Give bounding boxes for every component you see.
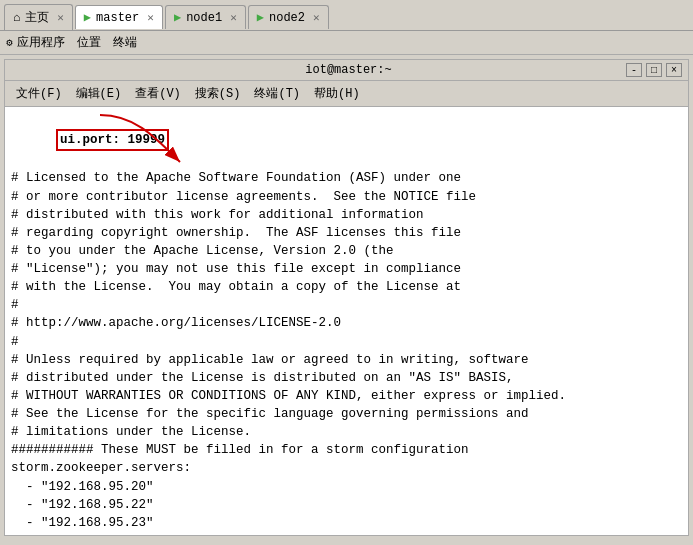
terminal-window: iot@master:~ - □ × 文件(F) 编辑(E) 查看(V) 搜索(… <box>4 59 689 536</box>
tab-master-close[interactable]: ✕ <box>147 11 154 24</box>
tab-node2-label: node2 <box>269 11 305 25</box>
content-line-1: # Licensed to the Apache Software Founda… <box>11 169 682 187</box>
content-line-4: # regarding copyright ownership. The ASF… <box>11 224 682 242</box>
terminal-menu[interactable]: 终端 <box>113 34 137 51</box>
terminal-icon-node2: ▶ <box>257 10 264 25</box>
content-line-17: ########### These MUST be filled in for … <box>11 441 682 459</box>
tab-home-label: 主页 <box>25 9 49 26</box>
menu-view[interactable]: 查看(V) <box>130 83 186 104</box>
content-line-20: - "192.168.95.22" <box>11 496 682 514</box>
menu-help[interactable]: 帮助(H) <box>309 83 365 104</box>
content-line-5: # to you under the Apache License, Versi… <box>11 242 682 260</box>
location-label: 位置 <box>77 34 101 51</box>
content-line-13: # WITHOUT WARRANTIES OR CONDITIONS OF AN… <box>11 387 682 405</box>
content-line-22: nimbus.seeds: ["192.168.95.20", "192.168… <box>11 532 682 535</box>
content-line-12: # distributed under the License is distr… <box>11 369 682 387</box>
content-line-6: # "License"); you may not use this file … <box>11 260 682 278</box>
location-menu[interactable]: 位置 <box>77 34 101 51</box>
terminal-menubar: 文件(F) 编辑(E) 查看(V) 搜索(S) 终端(T) 帮助(H) <box>5 81 688 107</box>
content-line-11: # Unless required by applicable law or a… <box>11 351 682 369</box>
highlighted-line: ui.port: 19999 <box>11 111 682 169</box>
terminal-icon-node1: ▶ <box>174 10 181 25</box>
content-line-14: # See the License for the specific langu… <box>11 405 682 423</box>
close-button[interactable]: × <box>666 63 682 77</box>
content-line-18: storm.zookeeper.servers: <box>11 459 682 477</box>
tab-node1[interactable]: ▶ node1 ✕ <box>165 5 246 29</box>
tab-bar: ⌂ 主页 ✕ ▶ master ✕ ▶ node1 ✕ ▶ node2 ✕ <box>0 0 693 31</box>
tab-node1-label: node1 <box>186 11 222 25</box>
tab-master[interactable]: ▶ master ✕ <box>75 5 163 29</box>
toolbar2: ⚙ 应用程序 位置 终端 <box>0 31 693 55</box>
content-line-2: # or more contributor license agreements… <box>11 188 682 206</box>
apps-label: 应用程序 <box>17 34 65 51</box>
tab-node2-close[interactable]: ✕ <box>313 11 320 24</box>
terminal-icon-master: ▶ <box>84 10 91 25</box>
menu-search[interactable]: 搜索(S) <box>190 83 246 104</box>
terminal-content[interactable]: ui.port: 19999 # Licensed to the Apache … <box>5 107 688 535</box>
terminal-title: iot@master:~ <box>71 63 626 77</box>
apps-icon: ⚙ <box>6 36 13 49</box>
content-line-10: # <box>11 333 682 351</box>
menu-terminal[interactable]: 终端(T) <box>249 83 305 104</box>
apps-menu[interactable]: ⚙ 应用程序 <box>6 34 65 51</box>
terminal-titlebar: iot@master:~ - □ × <box>5 60 688 81</box>
tab-home[interactable]: ⌂ 主页 ✕ <box>4 4 73 30</box>
content-line-9: # http://www.apache.org/licenses/LICENSE… <box>11 314 682 332</box>
content-line-15: # limitations under the License. <box>11 423 682 441</box>
home-icon: ⌂ <box>13 11 20 25</box>
terminal-label: 终端 <box>113 34 137 51</box>
maximize-button[interactable]: □ <box>646 63 662 77</box>
menu-edit[interactable]: 编辑(E) <box>71 83 127 104</box>
tab-master-label: master <box>96 11 139 25</box>
minimize-button[interactable]: - <box>626 63 642 77</box>
tab-node1-close[interactable]: ✕ <box>230 11 237 24</box>
menu-file[interactable]: 文件(F) <box>11 83 67 104</box>
content-line-3: # distributed with this work for additio… <box>11 206 682 224</box>
titlebar-controls: - □ × <box>626 63 682 77</box>
tab-node2[interactable]: ▶ node2 ✕ <box>248 5 329 29</box>
content-line-8: # <box>11 296 682 314</box>
content-line-19: - "192.168.95.20" <box>11 478 682 496</box>
content-line-21: - "192.168.95.23" <box>11 514 682 532</box>
tab-home-close[interactable]: ✕ <box>57 11 64 24</box>
highlight-box: ui.port: 19999 <box>56 129 169 151</box>
content-line-7: # with the License. You may obtain a cop… <box>11 278 682 296</box>
